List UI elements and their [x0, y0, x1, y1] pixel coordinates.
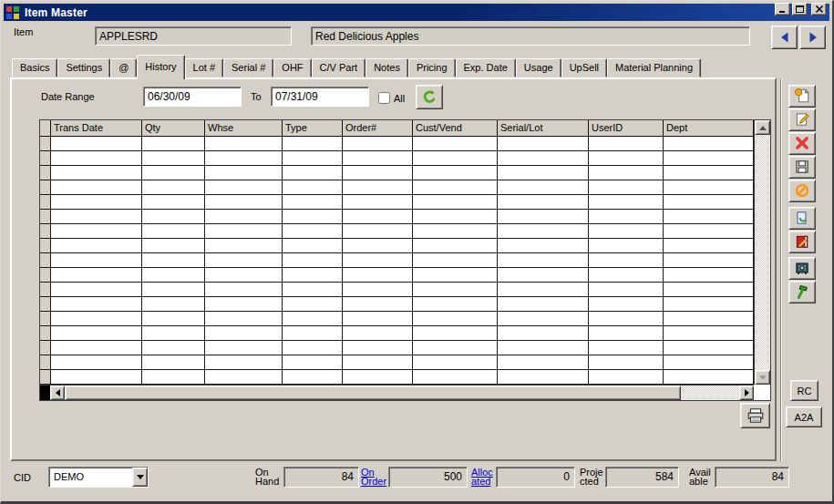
table-row[interactable]	[40, 283, 754, 297]
tab-serial-number[interactable]: Serial #	[223, 58, 273, 77]
horizontal-scroll-track[interactable]	[681, 386, 739, 400]
column-header-dept[interactable]: Dept	[664, 120, 754, 136]
on-hand-value: 84	[283, 467, 359, 488]
row-selector[interactable]	[40, 210, 51, 223]
date-from-input[interactable]	[143, 87, 242, 107]
table-row[interactable]	[40, 210, 754, 224]
horizontal-scrollbar[interactable]	[40, 385, 754, 400]
close-button[interactable]	[811, 3, 827, 15]
row-selector[interactable]	[40, 283, 51, 296]
all-checkbox[interactable]	[378, 92, 390, 104]
column-header-trans-date[interactable]: Trans Date	[51, 120, 142, 136]
table-row[interactable]	[40, 253, 754, 268]
row-selector[interactable]	[40, 268, 51, 282]
row-selector[interactable]	[40, 137, 51, 150]
row-selector[interactable]	[40, 312, 51, 325]
copy-record-button[interactable]	[788, 207, 816, 230]
item-code-field[interactable]	[95, 26, 292, 46]
table-row[interactable]	[40, 151, 754, 166]
table-row[interactable]	[40, 137, 754, 151]
table-row[interactable]	[40, 224, 754, 239]
a2a-button[interactable]: A2A	[786, 406, 822, 427]
table-row[interactable]	[40, 355, 754, 370]
row-selector[interactable]	[40, 355, 51, 369]
column-header-serial-lot[interactable]: Serial/Lot	[498, 120, 589, 136]
table-row[interactable]	[40, 195, 754, 210]
column-header-userid[interactable]: UserID	[589, 120, 664, 136]
on-order-link[interactable]: OnOrder	[361, 468, 386, 486]
column-header-whse[interactable]: Whse	[205, 120, 283, 136]
row-selector[interactable]	[40, 239, 51, 252]
cid-dropdown-button[interactable]	[132, 468, 148, 487]
table-row[interactable]	[40, 239, 754, 253]
table-row[interactable]	[40, 180, 754, 195]
row-selector[interactable]	[40, 151, 51, 165]
vertical-scroll-track[interactable]	[755, 135, 770, 370]
table-row[interactable]	[40, 268, 754, 283]
table-row[interactable]	[40, 326, 754, 341]
cancel-button[interactable]	[788, 180, 816, 202]
vertical-scrollbar[interactable]	[754, 120, 770, 385]
tab-lot-number[interactable]: Lot #	[185, 58, 223, 77]
grid-cell	[664, 151, 754, 165]
minimize-button[interactable]	[775, 3, 790, 15]
table-row[interactable]	[40, 297, 754, 312]
tab-upsell[interactable]: UpSell	[561, 58, 607, 77]
table-row[interactable]	[40, 166, 754, 180]
tab-material-planning[interactable]: Material Planning	[607, 58, 701, 77]
date-to-input[interactable]	[271, 87, 369, 107]
new-record-button[interactable]	[788, 85, 816, 108]
previous-item-button[interactable]	[771, 26, 798, 49]
delete-record-button[interactable]	[788, 132, 816, 155]
print-button[interactable]	[740, 403, 770, 428]
scroll-up-button[interactable]	[755, 120, 770, 135]
row-selector[interactable]	[40, 341, 51, 355]
row-selector[interactable]	[40, 326, 51, 340]
scroll-left-button[interactable]	[50, 386, 65, 400]
tab-basics[interactable]: Basics	[12, 58, 57, 77]
next-item-button[interactable]	[799, 26, 826, 49]
tab-ohf[interactable]: OHF	[273, 58, 311, 77]
tab-exp-date[interactable]: Exp. Date	[456, 58, 516, 77]
grid-cell	[664, 166, 754, 180]
column-header-cust-vend[interactable]: Cust/Vend	[413, 120, 498, 136]
table-row[interactable]	[40, 341, 754, 355]
scroll-right-button[interactable]	[739, 386, 754, 400]
tab-usage[interactable]: Usage	[516, 58, 561, 77]
tab-notes[interactable]: Notes	[366, 58, 408, 77]
allocated-link[interactable]: Allocated	[471, 468, 494, 486]
refresh-button[interactable]	[416, 85, 443, 109]
horizontal-scroll-thumb[interactable]	[65, 386, 681, 400]
scroll-down-button[interactable]	[755, 370, 770, 385]
tab-cv-part[interactable]: C/V Part	[312, 58, 366, 77]
build-button[interactable]	[788, 281, 816, 303]
row-selector[interactable]	[40, 297, 51, 311]
tab-history[interactable]: History	[137, 55, 184, 79]
table-row[interactable]	[40, 312, 754, 326]
column-header-qty[interactable]: Qty	[142, 120, 205, 136]
save-record-button[interactable]	[788, 156, 816, 179]
tab-pricing[interactable]: Pricing	[408, 58, 456, 77]
row-selector[interactable]	[40, 253, 51, 267]
row-selector[interactable]	[40, 370, 51, 384]
grid-cell	[413, 283, 498, 296]
column-header-order-number[interactable]: Order#	[343, 120, 413, 136]
maximize-button[interactable]	[792, 3, 808, 15]
notes-button[interactable]	[788, 231, 816, 253]
row-selector[interactable]	[40, 166, 51, 180]
row-selector[interactable]	[40, 195, 51, 209]
vault-button[interactable]	[788, 257, 816, 280]
item-description-field[interactable]	[311, 26, 750, 46]
rc-button[interactable]: RC	[790, 380, 819, 401]
edit-record-button[interactable]	[788, 108, 816, 131]
cid-dropdown[interactable]: DEMO	[48, 467, 149, 488]
row-selector[interactable]	[40, 224, 51, 238]
cid-label: CID	[14, 472, 31, 483]
title-bar[interactable]: Item Master	[4, 4, 829, 21]
column-header-type[interactable]: Type	[283, 120, 343, 136]
tab-settings[interactable]: Settings	[57, 58, 110, 77]
table-row[interactable]	[40, 370, 754, 385]
tab-at[interactable]: @	[110, 58, 137, 77]
row-selector[interactable]	[40, 180, 51, 194]
available-value: 84	[715, 467, 789, 488]
